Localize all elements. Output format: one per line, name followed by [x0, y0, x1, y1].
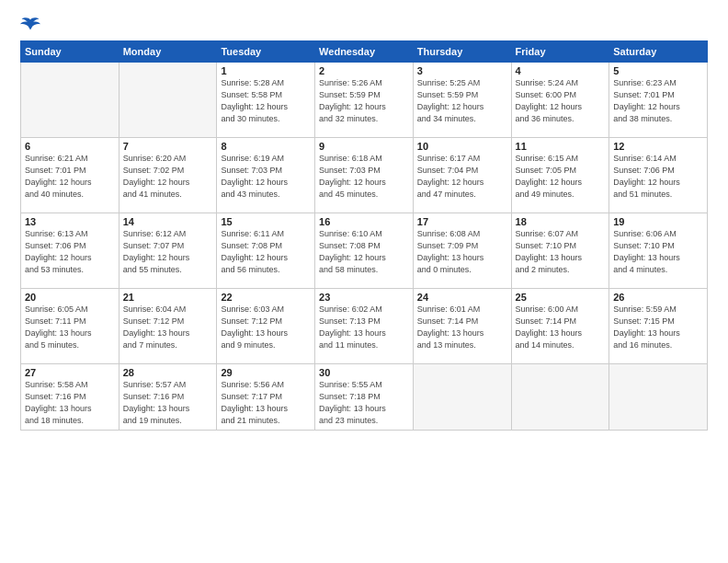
- day-number: 9: [319, 141, 409, 152]
- day-number: 17: [417, 216, 507, 227]
- day-number: 13: [25, 216, 115, 227]
- calendar-cell: 28Sunrise: 5:57 AM Sunset: 7:16 PM Dayli…: [119, 364, 217, 431]
- day-number: 29: [221, 367, 311, 378]
- calendar-cell: 18Sunrise: 6:07 AM Sunset: 7:10 PM Dayli…: [511, 213, 609, 289]
- weekday-header-thursday: Thursday: [413, 41, 511, 63]
- page: SundayMondayTuesdayWednesdayThursdayFrid…: [0, 0, 728, 563]
- day-info: Sunrise: 5:26 AM Sunset: 5:59 PM Dayligh…: [319, 77, 409, 125]
- calendar-cell: 25Sunrise: 6:00 AM Sunset: 7:14 PM Dayli…: [511, 289, 609, 364]
- calendar-cell: 11Sunrise: 6:15 AM Sunset: 7:05 PM Dayli…: [511, 138, 609, 213]
- logo: [20, 17, 44, 33]
- day-number: 4: [516, 65, 606, 76]
- calendar-cell: 20Sunrise: 6:05 AM Sunset: 7:11 PM Dayli…: [21, 289, 119, 364]
- calendar-week-2: 6Sunrise: 6:21 AM Sunset: 7:01 PM Daylig…: [21, 138, 708, 213]
- day-info: Sunrise: 6:12 AM Sunset: 7:07 PM Dayligh…: [123, 228, 213, 276]
- weekday-header-sunday: Sunday: [21, 41, 119, 63]
- day-number: 25: [516, 292, 606, 303]
- day-info: Sunrise: 6:15 AM Sunset: 7:05 PM Dayligh…: [516, 153, 606, 201]
- day-number: 15: [221, 216, 311, 227]
- day-info: Sunrise: 5:28 AM Sunset: 5:58 PM Dayligh…: [221, 77, 311, 125]
- calendar-cell: 8Sunrise: 6:19 AM Sunset: 7:03 PM Daylig…: [217, 138, 315, 213]
- day-info: Sunrise: 5:56 AM Sunset: 7:17 PM Dayligh…: [221, 379, 311, 427]
- weekday-header-row: SundayMondayTuesdayWednesdayThursdayFrid…: [21, 41, 708, 63]
- calendar-cell: 1Sunrise: 5:28 AM Sunset: 5:58 PM Daylig…: [217, 63, 315, 138]
- day-number: 8: [221, 141, 311, 152]
- calendar: SundayMondayTuesdayWednesdayThursdayFrid…: [20, 40, 708, 431]
- day-info: Sunrise: 5:25 AM Sunset: 5:59 PM Dayligh…: [417, 77, 507, 125]
- logo-bird-icon: [20, 17, 40, 33]
- day-info: Sunrise: 6:18 AM Sunset: 7:03 PM Dayligh…: [319, 153, 409, 201]
- day-info: Sunrise: 6:14 AM Sunset: 7:06 PM Dayligh…: [613, 153, 703, 201]
- calendar-cell: [511, 364, 609, 431]
- day-number: 16: [319, 216, 409, 227]
- day-number: 2: [319, 65, 409, 76]
- calendar-cell: 10Sunrise: 6:17 AM Sunset: 7:04 PM Dayli…: [413, 138, 511, 213]
- day-number: 21: [123, 292, 213, 303]
- day-number: 12: [613, 141, 703, 152]
- day-info: Sunrise: 6:20 AM Sunset: 7:02 PM Dayligh…: [123, 153, 213, 201]
- day-number: 10: [417, 141, 507, 152]
- calendar-cell: [609, 364, 708, 431]
- day-number: 1: [221, 65, 311, 76]
- calendar-week-3: 13Sunrise: 6:13 AM Sunset: 7:06 PM Dayli…: [21, 213, 708, 289]
- calendar-cell: 29Sunrise: 5:56 AM Sunset: 7:17 PM Dayli…: [217, 364, 315, 431]
- day-number: 22: [221, 292, 311, 303]
- logo-text: [20, 17, 44, 33]
- day-info: Sunrise: 6:04 AM Sunset: 7:12 PM Dayligh…: [123, 304, 213, 351]
- calendar-cell: 17Sunrise: 6:08 AM Sunset: 7:09 PM Dayli…: [413, 213, 511, 289]
- calendar-cell: [21, 63, 119, 138]
- weekday-header-friday: Friday: [511, 41, 609, 63]
- day-info: Sunrise: 5:57 AM Sunset: 7:16 PM Dayligh…: [123, 379, 213, 427]
- day-info: Sunrise: 6:06 AM Sunset: 7:10 PM Dayligh…: [613, 228, 703, 276]
- calendar-cell: 26Sunrise: 5:59 AM Sunset: 7:15 PM Dayli…: [609, 289, 708, 364]
- day-info: Sunrise: 6:23 AM Sunset: 7:01 PM Dayligh…: [613, 77, 703, 125]
- day-info: Sunrise: 6:10 AM Sunset: 7:08 PM Dayligh…: [319, 228, 409, 276]
- calendar-cell: 15Sunrise: 6:11 AM Sunset: 7:08 PM Dayli…: [217, 213, 315, 289]
- day-info: Sunrise: 6:01 AM Sunset: 7:14 PM Dayligh…: [417, 304, 507, 351]
- calendar-cell: 27Sunrise: 5:58 AM Sunset: 7:16 PM Dayli…: [21, 364, 119, 431]
- day-number: 3: [417, 65, 507, 76]
- day-number: 5: [613, 65, 703, 76]
- day-info: Sunrise: 6:13 AM Sunset: 7:06 PM Dayligh…: [25, 228, 115, 276]
- calendar-cell: [413, 364, 511, 431]
- calendar-cell: 4Sunrise: 5:24 AM Sunset: 6:00 PM Daylig…: [511, 63, 609, 138]
- day-info: Sunrise: 5:24 AM Sunset: 6:00 PM Dayligh…: [516, 77, 606, 125]
- day-number: 30: [319, 367, 409, 378]
- weekday-header-monday: Monday: [119, 41, 217, 63]
- day-info: Sunrise: 6:07 AM Sunset: 7:10 PM Dayligh…: [516, 228, 606, 276]
- calendar-cell: 6Sunrise: 6:21 AM Sunset: 7:01 PM Daylig…: [21, 138, 119, 213]
- day-number: 14: [123, 216, 213, 227]
- day-info: Sunrise: 5:59 AM Sunset: 7:15 PM Dayligh…: [613, 304, 703, 351]
- day-number: 27: [25, 367, 115, 378]
- day-number: 26: [613, 292, 703, 303]
- day-info: Sunrise: 6:02 AM Sunset: 7:13 PM Dayligh…: [319, 304, 409, 351]
- day-info: Sunrise: 6:17 AM Sunset: 7:04 PM Dayligh…: [417, 153, 507, 201]
- calendar-cell: 2Sunrise: 5:26 AM Sunset: 5:59 PM Daylig…: [315, 63, 414, 138]
- calendar-cell: 24Sunrise: 6:01 AM Sunset: 7:14 PM Dayli…: [413, 289, 511, 364]
- day-number: 23: [319, 292, 409, 303]
- day-number: 20: [25, 292, 115, 303]
- calendar-cell: 21Sunrise: 6:04 AM Sunset: 7:12 PM Dayli…: [119, 289, 217, 364]
- day-number: 28: [123, 367, 213, 378]
- calendar-cell: 19Sunrise: 6:06 AM Sunset: 7:10 PM Dayli…: [609, 213, 708, 289]
- day-info: Sunrise: 5:55 AM Sunset: 7:18 PM Dayligh…: [319, 379, 409, 427]
- calendar-cell: [119, 63, 217, 138]
- day-number: 11: [516, 141, 606, 152]
- calendar-cell: 12Sunrise: 6:14 AM Sunset: 7:06 PM Dayli…: [609, 138, 708, 213]
- calendar-cell: 22Sunrise: 6:03 AM Sunset: 7:12 PM Dayli…: [217, 289, 315, 364]
- calendar-week-4: 20Sunrise: 6:05 AM Sunset: 7:11 PM Dayli…: [21, 289, 708, 364]
- calendar-week-1: 1Sunrise: 5:28 AM Sunset: 5:58 PM Daylig…: [21, 63, 708, 138]
- day-info: Sunrise: 6:00 AM Sunset: 7:14 PM Dayligh…: [516, 304, 606, 351]
- weekday-header-wednesday: Wednesday: [315, 41, 414, 63]
- day-number: 18: [516, 216, 606, 227]
- header-area: [20, 17, 708, 33]
- calendar-cell: 30Sunrise: 5:55 AM Sunset: 7:18 PM Dayli…: [315, 364, 414, 431]
- day-number: 24: [417, 292, 507, 303]
- calendar-week-5: 27Sunrise: 5:58 AM Sunset: 7:16 PM Dayli…: [21, 364, 708, 431]
- day-info: Sunrise: 6:08 AM Sunset: 7:09 PM Dayligh…: [417, 228, 507, 276]
- day-info: Sunrise: 6:21 AM Sunset: 7:01 PM Dayligh…: [25, 153, 115, 201]
- calendar-cell: 9Sunrise: 6:18 AM Sunset: 7:03 PM Daylig…: [315, 138, 414, 213]
- day-info: Sunrise: 6:19 AM Sunset: 7:03 PM Dayligh…: [221, 153, 311, 201]
- day-info: Sunrise: 6:11 AM Sunset: 7:08 PM Dayligh…: [221, 228, 311, 276]
- calendar-cell: 23Sunrise: 6:02 AM Sunset: 7:13 PM Dayli…: [315, 289, 414, 364]
